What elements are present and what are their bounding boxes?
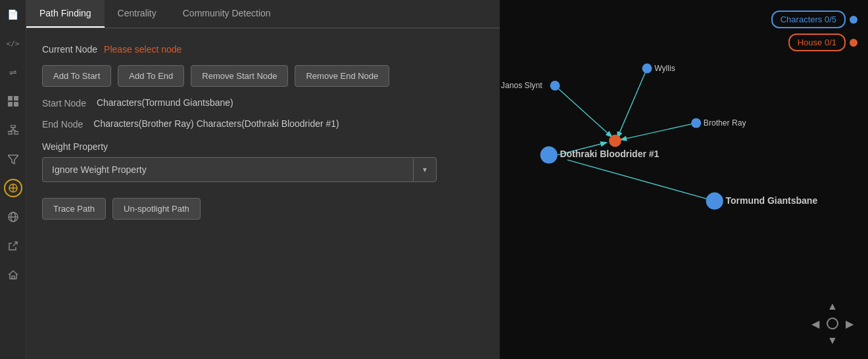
svg-line-17 <box>13 242 17 246</box>
current-node-label: Current Node <box>42 44 97 55</box>
tabs-bar: Path Finding Centrality Community Detect… <box>26 0 500 28</box>
remove-start-node-button[interactable]: Remove Start Node <box>191 65 288 87</box>
nav-up-button[interactable]: ▲ <box>827 300 838 312</box>
current-node-value: Please select node <box>104 44 181 55</box>
export-icon[interactable] <box>4 237 22 255</box>
code-icon[interactable]: </> <box>4 34 22 53</box>
nav-controls: ▲ ◀ ▶ ▼ <box>808 299 857 348</box>
graph-area: Wyllis Janos Slynt Brother Ray Dothraki … <box>500 0 868 359</box>
characters-badge-text: Characters 0/5 <box>771 11 846 28</box>
pathfinding-icon[interactable] <box>4 179 22 197</box>
characters-badge-dot <box>850 16 857 24</box>
hierarchy-icon[interactable] <box>4 121 22 139</box>
weight-dropdown-text: Ignore Weight Property <box>43 158 413 181</box>
svg-text:Janos Slynt: Janos Slynt <box>501 81 542 90</box>
nav-left-button[interactable]: ◀ <box>811 318 819 330</box>
svg-text:Brother Ray: Brother Ray <box>704 118 747 128</box>
svg-rect-6 <box>14 132 18 134</box>
nav-down-button[interactable]: ▼ <box>827 335 838 347</box>
end-node-row: End Node Characters(Brother Ray) Charact… <box>42 118 484 132</box>
nav-right-button[interactable]: ▶ <box>846 318 854 330</box>
house-badge-dot <box>850 39 857 47</box>
start-node-value: Characters(Tormund Giantsbane) <box>97 97 484 108</box>
start-node-label: Start Node <box>42 97 86 110</box>
svg-rect-4 <box>11 125 15 128</box>
panel-content: Current Node Please select node Add To S… <box>26 28 500 359</box>
document-icon[interactable]: 📄 <box>4 5 22 24</box>
svg-line-19 <box>617 68 647 137</box>
svg-point-33 <box>706 193 723 210</box>
svg-text:Wyllis: Wyllis <box>654 64 675 73</box>
svg-rect-18 <box>12 276 14 279</box>
svg-point-24 <box>642 64 652 74</box>
tab-path-finding[interactable]: Path Finding <box>26 0 105 28</box>
weight-property-label: Weight Property <box>42 141 484 152</box>
start-node-row: Start Node Characters(Tormund Giantsbane… <box>42 97 484 110</box>
add-to-end-button[interactable]: Add To End <box>118 65 184 87</box>
svg-point-26 <box>550 81 560 91</box>
add-to-start-button[interactable]: Add To Start <box>42 65 111 87</box>
svg-marker-10 <box>8 155 18 164</box>
svg-point-28 <box>609 135 621 147</box>
svg-rect-2 <box>8 102 12 107</box>
svg-text:Tormund Giantsbane: Tormund Giantsbane <box>725 195 817 206</box>
globe-icon[interactable] <box>4 208 22 226</box>
svg-line-21 <box>621 123 696 139</box>
svg-rect-5 <box>8 132 12 134</box>
transfer-icon[interactable]: ⇌ <box>4 63 22 82</box>
house-badge: House 0/1 <box>788 34 857 51</box>
end-node-label: End Node <box>42 118 83 132</box>
table-icon[interactable] <box>4 92 22 110</box>
svg-line-23 <box>567 160 715 201</box>
svg-rect-1 <box>14 96 18 101</box>
node-action-buttons: Add To Start Add To End Remove Start Nod… <box>42 65 484 87</box>
weight-section: Weight Property Ignore Weight Property ▾ <box>42 141 484 182</box>
badges-container: Characters 0/5 House 0/1 <box>771 11 857 51</box>
sidebar: 📄 </> ⇌ <box>0 0 26 359</box>
svg-point-29 <box>691 118 701 128</box>
characters-badge: Characters 0/5 <box>771 11 857 28</box>
end-node-value: Characters(Brother Ray) Characters(Dothr… <box>93 118 484 129</box>
weight-dropdown[interactable]: Ignore Weight Property ▾ <box>42 157 437 182</box>
nav-center-button[interactable] <box>827 318 838 329</box>
node-info-section: Start Node Characters(Tormund Giantsbane… <box>42 97 484 131</box>
house-badge-text: House 0/1 <box>788 34 846 51</box>
trace-buttons-row: Trace Path Un-spotlight Path <box>42 198 484 220</box>
svg-rect-0 <box>8 96 12 101</box>
svg-line-20 <box>555 85 612 136</box>
main-panel: Path Finding Centrality Community Detect… <box>26 0 500 359</box>
unspotlight-path-button[interactable]: Un-spotlight Path <box>112 198 201 220</box>
svg-rect-3 <box>14 102 18 107</box>
remove-end-node-button[interactable]: Remove End Node <box>295 65 389 87</box>
trace-path-button[interactable]: Trace Path <box>42 198 106 220</box>
tab-community-detection[interactable]: Community Detection <box>170 0 284 28</box>
svg-text:Dothraki Bloodrider #1: Dothraki Bloodrider #1 <box>560 149 659 159</box>
home-icon[interactable] <box>4 266 22 284</box>
filter-icon[interactable] <box>4 150 22 168</box>
weight-dropdown-arrow[interactable]: ▾ <box>413 158 436 181</box>
tab-centrality[interactable]: Centrality <box>105 0 170 28</box>
svg-point-31 <box>541 147 558 164</box>
current-node-row: Current Node Please select node <box>42 44 484 55</box>
